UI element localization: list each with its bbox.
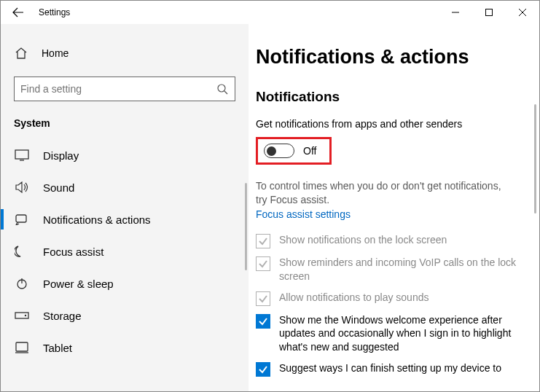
window-title: Settings — [39, 7, 70, 17]
nav-list: Display Sound Notifications & actions Fo… — [1, 139, 249, 364]
nav-item-storage[interactable]: Storage — [1, 299, 249, 332]
check-lock-screen: Show notifications on the lock screen — [256, 233, 518, 248]
home-button[interactable]: Home — [14, 40, 235, 66]
nav-item-power-sleep[interactable]: Power & sleep — [1, 267, 249, 299]
checkbox-reminders-voip — [256, 256, 270, 271]
nav-label: Sound — [43, 181, 74, 194]
checkbox-lock-screen — [256, 234, 270, 248]
help-text: To control times when you do or don't ge… — [256, 179, 511, 207]
check-icon — [258, 236, 268, 246]
check-label: Show me the Windows welcome experience a… — [279, 313, 518, 355]
checkbox-finish-setup[interactable] — [256, 362, 270, 377]
titlebar: Settings — [1, 1, 539, 24]
search-icon — [216, 83, 229, 95]
check-label: Show notifications on the lock screen — [279, 233, 447, 247]
minimize-icon — [452, 9, 459, 16]
svg-rect-7 — [16, 342, 28, 351]
check-icon — [258, 364, 268, 375]
svg-rect-0 — [486, 9, 493, 16]
maximize-icon — [485, 9, 493, 16]
nav-label: Notifications & actions — [43, 213, 151, 226]
check-label: Show reminders and incoming VoIP calls o… — [279, 256, 518, 283]
toggle-state-label: Off — [303, 145, 316, 157]
settings-window: Settings Home System — [0, 0, 540, 392]
nav-item-focus-assist[interactable]: Focus assist — [1, 235, 249, 267]
nav-item-tablet[interactable]: Tablet — [1, 332, 249, 364]
nav-label: Storage — [43, 310, 82, 322]
check-icon — [258, 294, 268, 304]
svg-point-1 — [218, 85, 225, 92]
minimize-button[interactable] — [439, 1, 472, 24]
power-icon — [14, 277, 30, 290]
nav-label: Focus assist — [43, 246, 103, 258]
maximize-button[interactable] — [472, 1, 506, 24]
toggle-row: Off — [264, 144, 316, 158]
check-finish-setup: Suggest ways I can finish setting up my … — [256, 361, 518, 377]
nav-item-sound[interactable]: Sound — [1, 171, 249, 203]
svg-rect-2 — [15, 150, 28, 159]
section-heading: Notifications — [256, 89, 522, 105]
content-scrollbar[interactable] — [534, 104, 536, 213]
page-title: Notifications & actions — [256, 46, 522, 68]
nav-item-display[interactable]: Display — [1, 139, 249, 171]
sidebar: Home System Display Sound — [1, 24, 249, 391]
svg-rect-3 — [16, 215, 26, 222]
storage-icon — [14, 310, 30, 321]
checkbox-play-sounds — [256, 291, 270, 306]
close-button[interactable] — [506, 1, 539, 24]
home-label: Home — [42, 47, 69, 59]
sidebar-scrollbar[interactable] — [245, 183, 247, 270]
nav-label: Power & sleep — [43, 278, 114, 290]
check-icon — [258, 259, 268, 269]
display-icon — [14, 149, 30, 161]
content-pane: Notifications & actions Notifications Ge… — [249, 24, 539, 391]
svg-rect-5 — [15, 313, 28, 318]
highlight-box: Off — [256, 137, 332, 165]
check-icon — [258, 316, 268, 326]
home-icon — [14, 47, 28, 60]
toggle-knob — [267, 146, 276, 156]
nav-item-notifications[interactable]: Notifications & actions — [1, 203, 249, 235]
category-heading: System — [14, 117, 235, 129]
back-button[interactable] — [8, 2, 28, 23]
close-icon — [519, 9, 526, 16]
search-input[interactable] — [20, 83, 216, 95]
notifications-icon — [14, 213, 30, 225]
notifications-toggle[interactable] — [264, 144, 294, 158]
nav-label: Tablet — [43, 342, 72, 354]
check-label: Allow notifications to play sounds — [279, 291, 429, 305]
check-welcome-experience: Show me the Windows welcome experience a… — [256, 313, 518, 355]
arrow-left-icon — [12, 7, 24, 18]
sound-icon — [14, 181, 30, 193]
svg-point-6 — [25, 315, 26, 316]
focus-assist-icon — [14, 245, 30, 258]
tablet-icon — [14, 342, 30, 353]
search-box[interactable] — [14, 77, 235, 101]
nav-label: Display — [43, 149, 79, 162]
get-notifications-label: Get notifications from apps and other se… — [256, 118, 522, 130]
focus-assist-link[interactable]: Focus assist settings — [256, 208, 351, 220]
check-label: Suggest ways I can finish setting up my … — [279, 361, 501, 375]
check-reminders-voip: Show reminders and incoming VoIP calls o… — [256, 256, 518, 283]
check-play-sounds: Allow notifications to play sounds — [256, 291, 518, 306]
checkbox-welcome-experience[interactable] — [256, 314, 270, 329]
body: Home System Display Sound — [1, 24, 539, 391]
